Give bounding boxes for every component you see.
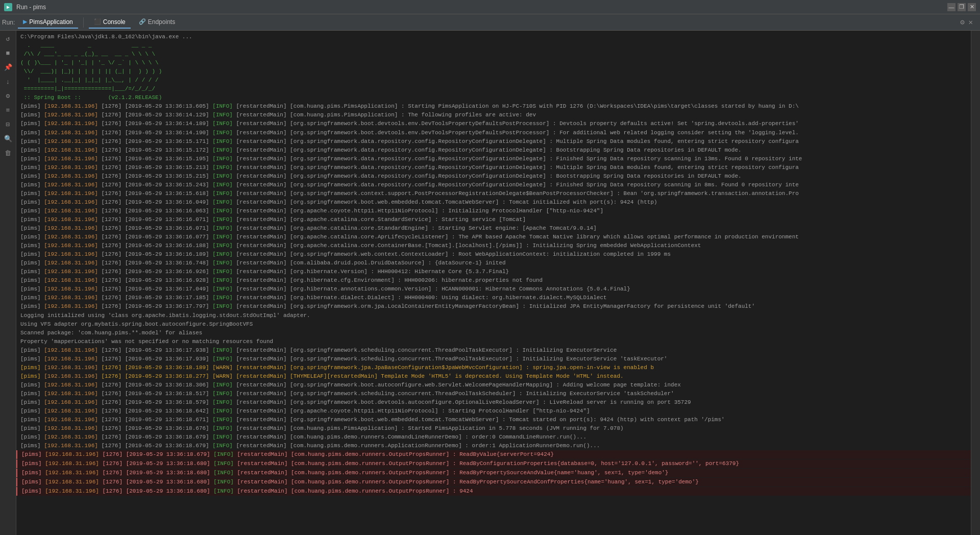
log-line: Using VFS adapter org.mybatis.spring.boo… xyxy=(16,320,971,329)
log-line: [pims] [192.168.31.196] [1276] [2019-05-… xyxy=(16,407,971,416)
log-line: [pims] [192.168.31.196] [1276] [2019-05-… xyxy=(16,233,971,241)
log-line: [pims] [192.168.31.196] [1276] [2019-05-… xyxy=(16,416,971,424)
search-side-icon[interactable]: 🔍 xyxy=(2,133,14,145)
log-line: [pims] [192.168.31.196] [1276] [2019-05-… xyxy=(16,478,971,487)
title-bar: ▶ Run - pims — ❐ ✕ xyxy=(0,0,980,14)
log-line: ( ( )\___ | '_ | '_| | '_ \/ _` | \ \ \ … xyxy=(16,59,971,67)
log-line: [pims] [192.168.31.196] [1276] [2019-05-… xyxy=(16,302,971,311)
tab-pims-application[interactable]: ▶ PimsApplication xyxy=(18,16,78,29)
filter-icon[interactable]: ≡ xyxy=(2,104,14,116)
log-line: ' |____| .__|_| |_|_| |_\__, | / / / / xyxy=(16,76,971,85)
log-line: [pims] [192.168.31.196] [1276] [2019-05-… xyxy=(16,137,971,146)
log-line: [pims] [192.168.31.196] [1276] [2019-05-… xyxy=(16,268,971,276)
log-line: /\\ / ___'_ __ _ _(_)_ __ __ _ \ \ \ \ xyxy=(16,50,971,59)
window-title: Run - pims xyxy=(16,4,46,11)
side-icons-panel: ↺ ■ 📌 ↓ ⚙ ≡ ⊟ 🔍 🗑 xyxy=(0,31,16,535)
console-output[interactable]: C:\Program Files\Java\jdk1.8.0_162\bin\j… xyxy=(16,31,971,535)
right-panel xyxy=(971,31,980,535)
log-line: . ____ _ __ _ _ xyxy=(16,41,971,50)
pin-icon[interactable]: 📌 xyxy=(2,61,14,74)
log-line: Logging initialized using 'class org.apa… xyxy=(16,311,971,320)
log-line: [pims] [192.168.31.196] [1276] [2019-05-… xyxy=(16,189,971,198)
log-line: [pims] [192.168.31.196] [1276] [2019-05-… xyxy=(16,469,971,477)
tab-console[interactable]: ⬛ Console xyxy=(89,16,131,29)
log-line: \\/ ___)| |_)| | | | | || (_| | ) ) ) ) xyxy=(16,67,971,76)
tab-console-label: Console xyxy=(103,18,126,26)
restart-icon[interactable]: ↺ xyxy=(2,33,14,45)
log-line: =========|_|==============|___/=/_/_/_/ xyxy=(16,85,971,93)
log-line: [pims] [192.168.31.196] [1276] [2019-05-… xyxy=(16,181,971,189)
log-line: [pims] [192.168.31.196] [1276] [2019-05-… xyxy=(16,355,971,363)
log-line: [pims] [192.168.31.196] [1276] [2019-05-… xyxy=(16,163,971,172)
settings-side-icon[interactable]: ⚙ xyxy=(2,90,14,102)
log-line: [pims] [192.168.31.196] [1276] [2019-05-… xyxy=(16,398,971,407)
log-line: [pims] [192.168.31.196] [1276] [2019-05-… xyxy=(16,294,971,302)
settings-icon[interactable]: ⚙ xyxy=(959,17,965,28)
log-line: [pims] [192.168.31.196] [1276] [2019-05-… xyxy=(16,450,971,459)
tab-endpoints[interactable]: 🔗 Endpoints xyxy=(134,16,180,29)
log-line: Scanned package: 'com.huang.pims.**.mode… xyxy=(16,329,971,337)
tab-pims-application-label: PimsApplication xyxy=(29,18,72,26)
log-line: [pims] [192.168.31.196] [1276] [2019-05-… xyxy=(16,207,971,215)
log-line: [pims] [192.168.31.196] [1276] [2019-05-… xyxy=(16,129,971,137)
log-line: [pims] [192.168.31.196] [1276] [2019-05-… xyxy=(16,346,971,355)
close-panel-icon[interactable]: ✕ xyxy=(968,17,974,28)
maximize-button[interactable]: ❐ xyxy=(958,3,966,11)
clear-icon[interactable]: 🗑 xyxy=(2,147,14,159)
log-line: [pims] [192.168.31.196] [1276] [2019-05-… xyxy=(16,172,971,181)
log-line: [pims] [192.168.31.196] [1276] [2019-05-… xyxy=(16,390,971,398)
log-line: [pims] [192.168.31.196] [1276] [2019-05-… xyxy=(16,146,971,155)
toolbar-right: ⚙ ✕ xyxy=(959,17,978,28)
toolbar: Run: ▶ PimsApplication ⬛ Console 🔗 Endpo… xyxy=(0,14,980,31)
title-bar-left: ▶ Run - pims xyxy=(4,3,46,11)
close-button[interactable]: ✕ xyxy=(968,3,976,11)
log-line: [pims] [192.168.31.196] [1276] [2019-05-… xyxy=(16,250,971,259)
log-line: [pims] [192.168.31.196] [1276] [2019-05-… xyxy=(16,259,971,268)
log-line: [pims] [192.168.31.196] [1276] [2019-05-… xyxy=(16,119,971,128)
log-line: [pims] [192.168.31.196] [1276] [2019-05-… xyxy=(16,241,971,250)
tab-endpoints-label: Endpoints xyxy=(148,18,175,26)
log-line: C:\Program Files\Java\jdk1.8.0_162\bin\j… xyxy=(16,33,971,41)
window-controls[interactable]: — ❐ ✕ xyxy=(947,3,976,11)
log-line: [pims] [192.168.31.196] [1276] [2019-05-… xyxy=(16,102,971,111)
log-line: [pims] [192.168.31.196] [1276] [2019-05-… xyxy=(16,442,971,450)
log-line: [pims] [192.168.31.196] [1276] [2019-05-… xyxy=(16,198,971,207)
app-icon: ▶ xyxy=(4,3,12,11)
log-line: [pims] [192.168.31.196] [1276] [2019-05-… xyxy=(16,424,971,433)
main-container: ↺ ■ 📌 ↓ ⚙ ≡ ⊟ 🔍 🗑 C:\Program Files\Java\… xyxy=(0,31,980,535)
log-line: [pims] [192.168.31.196] [1276] [2019-05-… xyxy=(16,363,971,372)
log-line: [pims] [192.168.31.196] [1276] [2019-05-… xyxy=(16,215,971,224)
log-line: [pims] [192.168.31.196] [1276] [2019-05-… xyxy=(16,433,971,442)
log-line: :: Spring Boot :: (v2.1.2.RELEASE) xyxy=(16,93,971,102)
log-line: [pims] [192.168.31.196] [1276] [2019-05-… xyxy=(16,276,971,285)
log-line: [pims] [192.168.31.196] [1276] [2019-05-… xyxy=(16,487,971,496)
log-line: [pims] [192.168.31.196] [1276] [2019-05-… xyxy=(16,155,971,163)
fold-icon[interactable]: ⊟ xyxy=(2,118,14,131)
log-line: [pims] [192.168.31.196] [1276] [2019-05-… xyxy=(16,372,971,381)
log-line: [pims] [192.168.31.196] [1276] [2019-05-… xyxy=(16,224,971,233)
console-icon: ⬛ xyxy=(94,18,101,25)
endpoints-icon: 🔗 xyxy=(139,18,146,25)
log-line: Property 'mapperLocations' was not speci… xyxy=(16,337,971,346)
scroll-end-icon[interactable]: ↓ xyxy=(2,76,14,88)
log-line: [pims] [192.168.31.196] [1276] [2019-05-… xyxy=(16,285,971,294)
minimize-button[interactable]: — xyxy=(947,3,955,11)
stop-icon[interactable]: ■ xyxy=(2,47,14,59)
log-line: [pims] [192.168.31.196] [1276] [2019-05-… xyxy=(16,459,971,468)
log-line: [pims] [192.168.31.196] [1276] [2019-05-… xyxy=(16,111,971,119)
run-label: Run: xyxy=(2,19,15,26)
log-line: [pims] [192.168.31.196] [1276] [2019-05-… xyxy=(16,381,971,390)
